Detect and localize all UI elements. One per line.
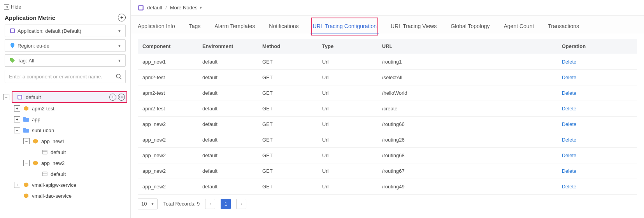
svg-rect-8: [42, 150, 47, 154]
cell-operation: Delete: [557, 163, 637, 179]
url-tracing-table: Component Environment Method Type URL Op…: [138, 39, 637, 195]
cell-url: /routing66: [377, 116, 557, 132]
application-value: default (Default): [45, 28, 81, 34]
col-operation: Operation: [557, 39, 637, 54]
add-app-button[interactable]: +: [118, 14, 126, 21]
tab-global-topology[interactable]: Global Topology: [451, 19, 490, 34]
tab-application-info[interactable]: Application Info: [138, 19, 175, 34]
tab-notifications[interactable]: Notifications: [269, 19, 298, 34]
tree-toggle[interactable]: −: [14, 127, 20, 133]
cell-component: app_new1: [138, 54, 198, 69]
separator: /: [165, 5, 167, 11]
application-icon: [16, 94, 23, 100]
tree-node[interactable]: − app_new2: [3, 158, 127, 168]
cell-component: apm2-test: [138, 69, 198, 85]
table-row: app_new2defaultGETUrl/routing49Delete: [138, 179, 637, 194]
cell-component: app_new2: [138, 163, 198, 179]
cell-method: GET: [258, 116, 318, 132]
delete-link[interactable]: Delete: [562, 168, 577, 174]
tree-node-label: app_new1: [41, 138, 65, 144]
cell-url: /routing1: [377, 54, 557, 69]
cell-environment: default: [198, 101, 258, 116]
cell-operation: Delete: [557, 116, 637, 132]
delete-link[interactable]: Delete: [562, 90, 577, 96]
cell-url: /selectAll: [377, 69, 557, 85]
tree-node-label: subLuban: [32, 128, 54, 133]
tree-node[interactable]: + apm2-test: [3, 103, 127, 114]
tab-url-tracing-configuration[interactable]: URL Tracing Configuration: [313, 19, 377, 34]
tag-value: All: [29, 58, 34, 64]
tag-select[interactable]: Tag: All ▼: [5, 54, 126, 67]
table-row: apm2-testdefaultGETUrl/createDelete: [138, 101, 637, 116]
tree-node-label: vmall-dao-service: [32, 193, 72, 199]
delete-link[interactable]: Delete: [562, 74, 577, 80]
tree-toggle[interactable]: −: [23, 138, 30, 144]
breadcrumb-more-label: More Nodes: [170, 5, 198, 11]
delete-link[interactable]: Delete: [562, 59, 577, 65]
delete-link[interactable]: Delete: [562, 152, 577, 158]
breadcrumb-more-nodes[interactable]: More Nodes ▼: [170, 5, 203, 11]
tree-toggle[interactable]: +: [14, 182, 20, 188]
tree-node-env[interactable]: default: [3, 168, 127, 179]
search-input-wrap: [5, 70, 126, 83]
tree-node[interactable]: + app: [3, 114, 127, 125]
cell-operation: Delete: [557, 179, 637, 194]
tree-node-label: default: [51, 149, 66, 155]
chevron-left-icon: ◀: [4, 4, 9, 10]
page-number-button[interactable]: 1: [221, 199, 231, 209]
region-select[interactable]: Region: eu-de ▼: [5, 39, 126, 52]
search-icon[interactable]: [115, 73, 122, 80]
tree-toggle[interactable]: +: [14, 116, 20, 122]
page-size-value: 10: [141, 201, 147, 207]
tree-node-root[interactable]: default + •••: [12, 91, 127, 103]
application-select[interactable]: Application: default (Default) ▼: [5, 25, 126, 37]
next-page-button[interactable]: ›: [236, 199, 246, 209]
cube-icon: [23, 182, 30, 188]
divider: [4, 88, 126, 88]
cell-component: app_new2: [138, 179, 198, 194]
tree-node[interactable]: + vmall-apigw-service: [3, 179, 127, 190]
cell-type: Url: [318, 163, 377, 179]
delete-link[interactable]: Delete: [562, 106, 577, 112]
tabs: Application Info Tags Alarm Templates No…: [131, 16, 644, 34]
tab-alarm-templates[interactable]: Alarm Templates: [214, 19, 255, 34]
page-title: Application Metric: [5, 14, 55, 21]
tree-toggle[interactable]: −: [3, 94, 9, 100]
tree-node[interactable]: − subLuban: [3, 125, 127, 136]
tree-toggle[interactable]: +: [14, 105, 20, 112]
col-environment: Environment: [198, 39, 258, 54]
location-pin-icon: [9, 43, 16, 48]
cell-method: GET: [258, 101, 318, 116]
tree-node[interactable]: − app_new1: [3, 136, 127, 147]
tab-url-tracing-views[interactable]: URL Tracing Views: [391, 19, 437, 34]
prev-page-button[interactable]: ‹: [205, 199, 215, 209]
table-row: app_new2defaultGETUrl/routing67Delete: [138, 163, 637, 179]
col-type: Type: [318, 39, 377, 54]
svg-line-3: [120, 78, 121, 79]
region-label: Region:: [18, 43, 35, 49]
cell-environment: default: [198, 163, 258, 179]
search-input[interactable]: [9, 74, 112, 80]
add-node-button[interactable]: +: [109, 94, 116, 101]
tab-transactions[interactable]: Transactions: [548, 19, 579, 34]
delete-link[interactable]: Delete: [562, 121, 577, 127]
hide-button[interactable]: ◀ Hide: [0, 0, 130, 12]
cell-operation: Delete: [557, 101, 637, 116]
breadcrumb: default / More Nodes ▼: [131, 0, 644, 16]
delete-link[interactable]: Delete: [562, 184, 577, 190]
sidebar: ◀ Hide Application Metric + Application:…: [0, 0, 131, 218]
tree-toggle[interactable]: −: [23, 160, 30, 166]
tree-node-label: app: [32, 117, 40, 122]
page-size-select[interactable]: 10 ▼: [138, 199, 158, 209]
breadcrumb-app[interactable]: default: [147, 5, 162, 11]
tab-tags[interactable]: Tags: [189, 19, 201, 34]
main-content: default / More Nodes ▼ Application Info …: [131, 0, 644, 218]
application-icon: [138, 5, 144, 11]
delete-link[interactable]: Delete: [562, 137, 577, 143]
cell-environment: default: [198, 69, 258, 85]
tab-agent-count[interactable]: Agent Count: [504, 19, 534, 34]
tree-node-env[interactable]: default: [3, 147, 127, 158]
more-actions-button[interactable]: •••: [118, 94, 125, 101]
tree-node[interactable]: vmall-dao-service: [3, 190, 127, 201]
sidebar-header: Application Metric +: [0, 12, 130, 25]
